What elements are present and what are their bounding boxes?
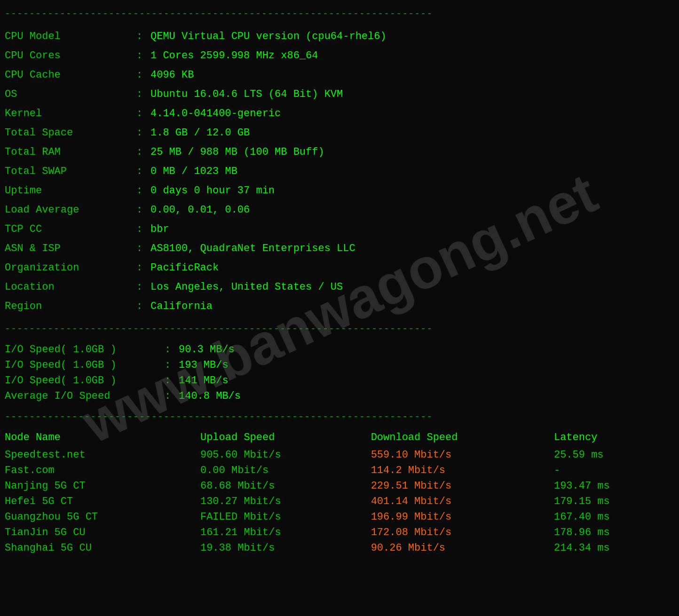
io-row: I/O Speed( 1.0GB ) : 90.3 MB/s — [5, 342, 674, 357]
node-name: Speedtest.net — [5, 447, 200, 463]
system-section: CPU Model : QEMU Virtual CPU version (cp… — [5, 23, 674, 320]
latency-value: 178.96 ms — [554, 525, 674, 540]
io-value: 90.3 MB/s — [179, 344, 235, 355]
system-colon: : — [136, 260, 150, 276]
system-label: Total RAM — [5, 144, 136, 160]
io-value: 141 MB/s — [179, 375, 229, 387]
system-label: Location — [5, 279, 136, 295]
io-label: I/O Speed( 1.0GB ) — [5, 359, 165, 371]
system-colon: : — [136, 221, 150, 237]
latency-value: 25.59 ms — [554, 447, 674, 463]
latency-value: - — [554, 463, 674, 478]
io-row: Average I/O Speed : 140.8 MB/s — [5, 388, 674, 404]
io-label: I/O Speed( 1.0GB ) — [5, 375, 165, 387]
top-divider: ----------------------------------------… — [5, 8, 674, 19]
upload-speed: 19.38 Mbit/s — [200, 540, 371, 556]
system-label: Uptime — [5, 183, 136, 198]
header-latency: Latency — [554, 430, 674, 447]
system-colon: : — [136, 106, 150, 121]
system-row: Organization : PacificRack — [5, 258, 674, 277]
system-row: Kernel : 4.14.0-041400-generic — [5, 104, 674, 123]
system-value: PacificRack — [150, 260, 674, 276]
system-colon: : — [136, 202, 150, 218]
node-name: Shanghai 5G CU — [5, 540, 200, 556]
upload-speed: 905.60 Mbit/s — [200, 447, 371, 463]
system-value: Los Angeles, United States / US — [150, 279, 674, 295]
upload-speed: 68.68 Mbit/s — [200, 478, 371, 494]
system-row: Load Average : 0.00, 0.01, 0.06 — [5, 200, 674, 220]
download-speed: 229.51 Mbit/s — [371, 478, 554, 494]
table-row: Hefei 5G CT 130.27 Mbit/s 401.14 Mbit/s … — [5, 494, 674, 509]
node-name: TianJin 5G CU — [5, 525, 200, 540]
system-row: Uptime : 0 days 0 hour 37 min — [5, 181, 674, 200]
latency-value: 214.34 ms — [554, 540, 674, 556]
table-row: Fast.com 0.00 Mbit/s 114.2 Mbit/s - — [5, 463, 674, 478]
system-value: 1.8 GB / 12.0 GB — [150, 125, 674, 141]
upload-speed: 0.00 Mbit/s — [200, 463, 371, 478]
latency-value: 167.40 ms — [554, 509, 674, 525]
node-name: Fast.com — [5, 463, 200, 478]
node-name: Hefei 5G CT — [5, 494, 200, 509]
io-colon: : — [165, 390, 179, 402]
system-colon: : — [136, 144, 150, 160]
system-colon: : — [136, 67, 150, 83]
header-download: Download Speed — [371, 430, 554, 447]
system-row: Total RAM : 25 MB / 988 MB (100 MB Buff) — [5, 142, 674, 162]
io-section: I/O Speed( 1.0GB ) : 90.3 MB/s I/O Speed… — [5, 338, 674, 408]
upload-speed: 161.21 Mbit/s — [200, 525, 371, 540]
io-colon: : — [165, 375, 179, 387]
system-value: California — [150, 299, 674, 314]
system-label: Total Space — [5, 125, 136, 141]
download-speed: 196.99 Mbit/s — [371, 509, 554, 525]
system-row: ASN & ISP : AS8100, QuadraNet Enterprise… — [5, 239, 674, 258]
system-label: TCP CC — [5, 221, 136, 237]
network-section: Node Name Upload Speed Download Speed La… — [5, 426, 674, 560]
node-name: Nanjing 5G CT — [5, 478, 200, 494]
system-label: Total SWAP — [5, 164, 136, 179]
system-row: CPU Model : QEMU Virtual CPU version (cp… — [5, 27, 674, 46]
system-colon: : — [136, 241, 150, 256]
download-speed: 114.2 Mbit/s — [371, 463, 554, 478]
system-label: ASN & ISP — [5, 241, 136, 256]
system-row: Location : Los Angeles, United States / … — [5, 277, 674, 297]
system-value: QEMU Virtual CPU version (cpu64-rhel6) — [150, 29, 674, 44]
system-colon: : — [136, 279, 150, 295]
io-colon: : — [165, 344, 179, 355]
system-label: Load Average — [5, 202, 136, 218]
system-value: 25 MB / 988 MB (100 MB Buff) — [150, 144, 674, 160]
system-row: CPU Cores : 1 Cores 2599.998 MHz x86_64 — [5, 46, 674, 65]
system-value: 4.14.0-041400-generic — [150, 106, 674, 121]
download-speed: 401.14 Mbit/s — [371, 494, 554, 509]
download-speed: 90.26 Mbit/s — [371, 540, 554, 556]
latency-value: 179.15 ms — [554, 494, 674, 509]
system-colon: : — [136, 48, 150, 63]
system-row: CPU Cache : 4096 KB — [5, 65, 674, 85]
io-row: I/O Speed( 1.0GB ) : 141 MB/s — [5, 373, 674, 388]
system-colon: : — [136, 125, 150, 141]
system-row: Total SWAP : 0 MB / 1023 MB — [5, 162, 674, 181]
io-value: 193 MB/s — [179, 359, 229, 371]
system-colon: : — [136, 29, 150, 44]
system-value: Ubuntu 16.04.6 LTS (64 Bit) KVM — [150, 87, 674, 102]
system-colon: : — [136, 183, 150, 198]
system-label: OS — [5, 87, 136, 102]
io-colon: : — [165, 359, 179, 371]
upload-speed: FAILED Mbit/s — [200, 509, 371, 525]
download-speed: 172.08 Mbit/s — [371, 525, 554, 540]
system-row: TCP CC : bbr — [5, 220, 674, 239]
system-label: CPU Cache — [5, 67, 136, 83]
io-value: 140.8 MB/s — [179, 390, 241, 402]
table-row: Speedtest.net 905.60 Mbit/s 559.10 Mbit/… — [5, 447, 674, 463]
system-label: Region — [5, 299, 136, 314]
system-row: Total Space : 1.8 GB / 12.0 GB — [5, 123, 674, 142]
io-label: Average I/O Speed — [5, 390, 165, 402]
mid-divider-2: ----------------------------------------… — [5, 411, 674, 422]
mid-divider-1: ----------------------------------------… — [5, 324, 674, 334]
system-value: bbr — [150, 221, 674, 237]
node-name: Guangzhou 5G CT — [5, 509, 200, 525]
system-value: 4096 KB — [150, 67, 674, 83]
system-value: AS8100, QuadraNet Enterprises LLC — [150, 241, 674, 256]
download-speed: 559.10 Mbit/s — [371, 447, 554, 463]
header-node: Node Name — [5, 430, 200, 447]
table-row: TianJin 5G CU 161.21 Mbit/s 172.08 Mbit/… — [5, 525, 674, 540]
